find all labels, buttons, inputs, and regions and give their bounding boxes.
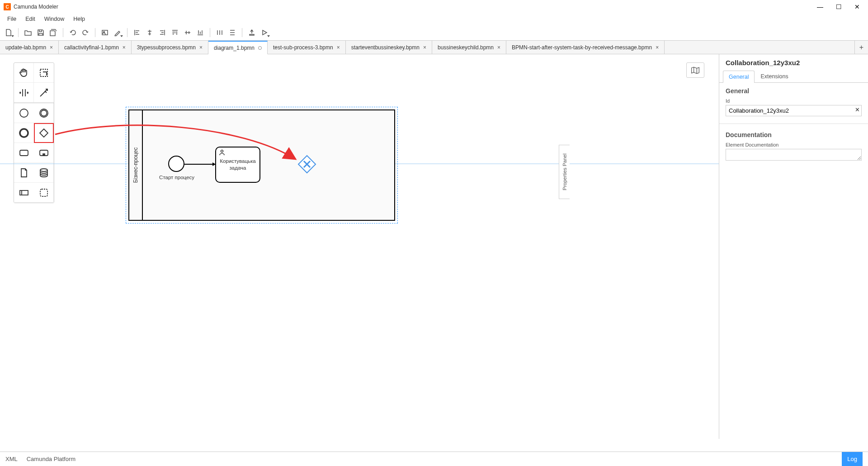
bpmn-exclusive-gateway[interactable] xyxy=(297,155,316,174)
create-start-event[interactable] xyxy=(14,103,34,123)
maximize-button[interactable]: ☐ xyxy=(836,3,842,10)
documentation-label: Element Documentation xyxy=(726,142,862,147)
field-documentation: Element Documentation xyxy=(719,140,868,166)
run-button[interactable] xyxy=(259,27,270,38)
tab-diagram-1[interactable]: diagram_1.bpmn xyxy=(208,41,268,54)
align-bottom-button[interactable] xyxy=(194,27,206,38)
minimize-button[interactable]: — xyxy=(817,3,823,10)
create-task[interactable] xyxy=(14,143,34,163)
align-center-v-button[interactable] xyxy=(182,27,193,38)
bpmn-pool[interactable]: Бізнес-процес Старт процесу Користувацьк… xyxy=(128,109,395,221)
align-left-button[interactable] xyxy=(131,27,143,38)
tab-bussineskeychild[interactable]: bussineskeychild.bpmn× xyxy=(432,41,506,54)
tab-callactivityfinal[interactable]: callactivityfinal-1.bpmn× xyxy=(59,41,132,54)
spacer xyxy=(0,439,868,452)
create-data-object[interactable] xyxy=(14,163,34,183)
bpmn-user-task[interactable]: Користувацька задача xyxy=(215,147,260,183)
svg-rect-11 xyxy=(20,190,28,195)
save-all-button[interactable] xyxy=(47,27,59,38)
id-label: Id xyxy=(726,98,862,104)
field-id: Id ✕ xyxy=(719,96,868,121)
documentation-textarea[interactable] xyxy=(726,149,862,161)
properties-title: Collaboration_12y3xu2 xyxy=(719,54,868,70)
distribute-v-button[interactable] xyxy=(226,27,238,38)
toolbar xyxy=(0,24,868,41)
close-icon[interactable]: × xyxy=(497,44,500,51)
clear-id-button[interactable]: ✕ xyxy=(855,106,860,113)
view-xml-button[interactable]: XML xyxy=(5,456,18,462)
menu-edit[interactable]: Edit xyxy=(21,14,40,24)
create-group[interactable] xyxy=(34,183,54,203)
status-bar: XML Camunda Platform Log xyxy=(0,452,868,466)
menu-file[interactable]: File xyxy=(3,14,21,24)
dirty-indicator-icon xyxy=(258,46,262,50)
new-file-button[interactable] xyxy=(3,27,14,38)
main-area: Бізнес-процес Старт процесу Користувацьк… xyxy=(0,54,868,439)
pool-body[interactable]: Старт процесу Користувацька задача xyxy=(143,110,394,220)
tab-starteventbussineskey[interactable]: starteventbussineskey.bpmn× xyxy=(346,41,432,54)
redo-button[interactable] xyxy=(80,27,91,38)
close-icon[interactable]: × xyxy=(50,44,53,51)
id-input[interactable] xyxy=(726,105,862,116)
close-icon[interactable]: × xyxy=(123,44,126,51)
title-bar: C Camunda Modeler — ☐ ✕ xyxy=(0,0,868,14)
map-icon xyxy=(691,66,700,74)
bpmn-start-event[interactable] xyxy=(168,156,184,172)
align-center-h-button[interactable] xyxy=(144,27,156,38)
create-data-store[interactable] xyxy=(34,163,54,183)
svg-point-10 xyxy=(40,169,47,171)
properties-panel-toggle[interactable]: Properties Panel xyxy=(559,145,570,199)
close-window-button[interactable]: ✕ xyxy=(854,3,860,10)
window-controls: — ☐ ✕ xyxy=(817,3,864,10)
tab-3typessubprocess[interactable]: 3typessubprocess.bpmn× xyxy=(132,41,208,54)
svg-rect-12 xyxy=(40,189,47,196)
create-end-event[interactable] xyxy=(14,123,34,143)
align-right-button[interactable] xyxy=(156,27,168,38)
save-button[interactable] xyxy=(35,27,47,38)
menu-window[interactable]: Window xyxy=(40,14,69,24)
svg-point-5 xyxy=(41,110,47,116)
new-tab-button[interactable]: + xyxy=(854,41,868,54)
create-pool[interactable] xyxy=(14,183,34,203)
svg-point-3 xyxy=(20,109,28,117)
element-palette xyxy=(14,62,54,203)
canvas[interactable]: Бізнес-процес Старт процесу Користувацьк… xyxy=(0,54,719,439)
app-icon: C xyxy=(4,3,11,10)
tab-bpmn-start-after[interactable]: BPMN-start-after-system-task-by-received… xyxy=(506,41,665,54)
close-icon[interactable]: × xyxy=(423,44,426,51)
properties-panel: Collaboration_12y3xu2 General Extensions… xyxy=(719,54,868,439)
hand-tool[interactable] xyxy=(14,63,34,83)
space-tool[interactable] xyxy=(14,83,34,103)
app-title: Camunda Modeler xyxy=(14,4,58,10)
section-general: General xyxy=(719,83,868,96)
properties-tabs: General Extensions xyxy=(719,70,868,83)
create-intermediate-event[interactable] xyxy=(34,103,54,123)
deploy-button[interactable] xyxy=(246,27,258,38)
menu-help[interactable]: Help xyxy=(69,14,90,24)
tab-extensions[interactable]: Extensions xyxy=(755,70,794,82)
color-button[interactable] xyxy=(112,27,123,38)
image-export-button[interactable] xyxy=(99,27,111,38)
align-top-button[interactable] xyxy=(169,27,181,38)
undo-button[interactable] xyxy=(67,27,79,38)
distribute-h-button[interactable] xyxy=(214,27,226,38)
create-gateway[interactable] xyxy=(34,123,54,143)
svg-rect-7 xyxy=(20,150,28,156)
minimap-toggle[interactable] xyxy=(686,62,704,78)
pool-label[interactable]: Бізнес-процес xyxy=(129,110,143,220)
close-icon[interactable]: × xyxy=(656,44,659,51)
log-button[interactable]: Log xyxy=(842,452,863,466)
platform-label[interactable]: Camunda Platform xyxy=(27,456,75,462)
create-subprocess[interactable] xyxy=(34,143,54,163)
tab-test-sub-process[interactable]: test-sub-process-3.bpmn× xyxy=(268,41,346,54)
tab-update-lab[interactable]: update-lab.bpmn× xyxy=(0,41,59,54)
sequence-flow[interactable] xyxy=(184,162,216,166)
open-file-button[interactable] xyxy=(22,27,34,38)
global-connect-tool[interactable] xyxy=(34,83,54,103)
menu-bar: File Edit Window Help xyxy=(0,14,868,24)
svg-point-6 xyxy=(20,129,28,137)
tab-general[interactable]: General xyxy=(723,71,755,83)
close-icon[interactable]: × xyxy=(337,44,340,51)
close-icon[interactable]: × xyxy=(199,44,203,51)
lasso-tool[interactable] xyxy=(34,63,54,83)
